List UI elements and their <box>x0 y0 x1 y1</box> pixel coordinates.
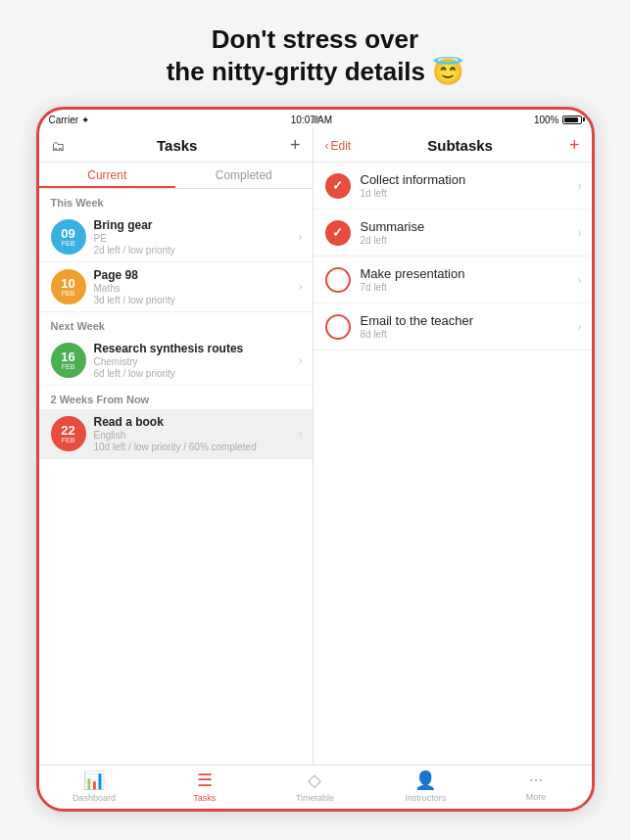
task-info-page98: Page 98 Maths 3d left / low priority <box>94 268 299 305</box>
nav-label-instructors: Instructors <box>405 793 446 803</box>
timetable-icon: ◇ <box>308 770 321 791</box>
date-badge-10: 10 Feb <box>51 269 86 304</box>
date-badge-22: 22 Feb <box>51 416 86 451</box>
tab-completed[interactable]: Completed <box>175 163 313 188</box>
chevron-icon: › <box>299 427 303 441</box>
chevron-icon: › <box>578 320 582 334</box>
chevron-icon: › <box>578 273 582 287</box>
task-item-research[interactable]: 16 Feb Research synthesis routes Chemist… <box>39 336 313 386</box>
check-circle-email[interactable] <box>325 314 351 340</box>
tasks-icon: ☰ <box>197 770 213 791</box>
chevron-icon: › <box>578 226 582 240</box>
folder-icon: 🗂 <box>51 138 65 154</box>
more-icon: ··· <box>529 770 544 790</box>
subtask-info-summarise: Summarise 2d left <box>361 219 578 246</box>
subtask-info-email: Email to the teacher 8d left <box>361 313 578 340</box>
page-wrapper: Don't stress overthe nitty-gritty detail… <box>0 0 630 840</box>
status-bar: Carrier ✦ 10:07 AM 100% <box>39 110 592 127</box>
right-panel-title: Subtasks <box>427 137 493 154</box>
right-panel-header: ‹ Edit Subtasks + <box>314 127 592 163</box>
add-subtask-button[interactable]: + <box>569 135 580 156</box>
task-list: This Week 09 Feb Bring gear PE 2d left /… <box>39 189 313 765</box>
check-circle-collect[interactable] <box>325 173 351 199</box>
nav-item-dashboard[interactable]: 📊 Dashboard <box>39 770 150 803</box>
nav-item-tasks[interactable]: ☰ Tasks <box>149 770 260 803</box>
section-next-week: Next Week <box>39 312 313 336</box>
chevron-icon: › <box>299 230 303 244</box>
carrier: Carrier ✦ <box>49 115 89 125</box>
dashboard-icon: 📊 <box>83 770 105 791</box>
section-2weeks: 2 Weeks From Now <box>39 386 313 409</box>
nav-item-timetable[interactable]: ◇ Timetable <box>260 770 370 803</box>
nav-label-more: More <box>526 792 547 802</box>
headline: Don't stress overthe nitty-gritty detail… <box>137 23 494 87</box>
back-button[interactable]: ‹ Edit <box>325 139 352 153</box>
subtask-info-presentation: Make presentation 7d left <box>361 266 578 293</box>
right-panel: ‹ Edit Subtasks + Collect information 1d… <box>314 127 592 765</box>
task-info-bring-gear: Bring gear PE 2d left / low priority <box>94 218 299 256</box>
bottom-nav: 📊 Dashboard ☰ Tasks ◇ Timetable 👤 Instru… <box>39 765 592 809</box>
edit-label: Edit <box>331 139 352 153</box>
task-item-bring-gear[interactable]: 09 Feb Bring gear PE 2d left / low prior… <box>39 212 313 262</box>
subtask-email-teacher[interactable]: Email to the teacher 8d left › <box>314 303 592 350</box>
chevron-icon: › <box>299 353 303 367</box>
task-item-read-book[interactable]: 22 Feb Read a book English 10d left / lo… <box>39 409 313 459</box>
section-this-week: This Week <box>39 189 313 212</box>
chevron-left-icon: ‹ <box>325 139 329 153</box>
chevron-icon: › <box>578 179 582 193</box>
date-badge-16: 16 Feb <box>51 343 86 378</box>
nav-item-more[interactable]: ··· More <box>481 770 592 803</box>
add-task-button[interactable]: + <box>290 135 301 156</box>
tab-bar: Current Completed <box>39 163 313 189</box>
check-circle-presentation[interactable] <box>325 267 351 293</box>
subtask-list: Collect information 1d left › Summarise … <box>314 163 592 765</box>
nav-label-tasks: Tasks <box>193 793 216 803</box>
battery-area: 100% <box>534 115 582 125</box>
task-item-page98[interactable]: 10 Feb Page 98 Maths 3d left / low prior… <box>39 262 313 312</box>
task-info-research: Research synthesis routes Chemistry 6d l… <box>94 342 299 379</box>
subtask-info-collect: Collect information 1d left <box>361 172 578 199</box>
date-badge-09: 09 Feb <box>51 219 86 255</box>
subtask-summarise[interactable]: Summarise 2d left › <box>314 210 592 257</box>
app-content: 🗂 Tasks + Current Completed This Week 09… <box>39 127 592 765</box>
instructors-icon: 👤 <box>414 770 436 791</box>
left-panel-title: Tasks <box>157 137 197 154</box>
nav-label-dashboard: Dashboard <box>73 793 116 803</box>
battery-percent: 100% <box>534 115 559 125</box>
check-circle-summarise[interactable] <box>325 220 351 246</box>
ipad-frame: Carrier ✦ 10:07 AM 100% 🗂 Tasks + Curren… <box>36 107 595 812</box>
nav-label-timetable: Timetable <box>296 793 334 803</box>
nav-item-instructors[interactable]: 👤 Instructors <box>370 770 481 803</box>
chevron-icon: › <box>299 280 303 294</box>
task-info-read-book: Read a book English 10d left / low prior… <box>94 415 299 452</box>
time: 10:07 AM <box>291 115 332 125</box>
left-panel: 🗂 Tasks + Current Completed This Week 09… <box>39 127 314 765</box>
left-panel-header: 🗂 Tasks + <box>39 127 313 163</box>
subtask-make-presentation[interactable]: Make presentation 7d left › <box>314 257 592 303</box>
subtask-collect-info[interactable]: Collect information 1d left › <box>314 163 592 210</box>
tab-current[interactable]: Current <box>39 163 176 188</box>
battery-icon <box>562 116 582 124</box>
